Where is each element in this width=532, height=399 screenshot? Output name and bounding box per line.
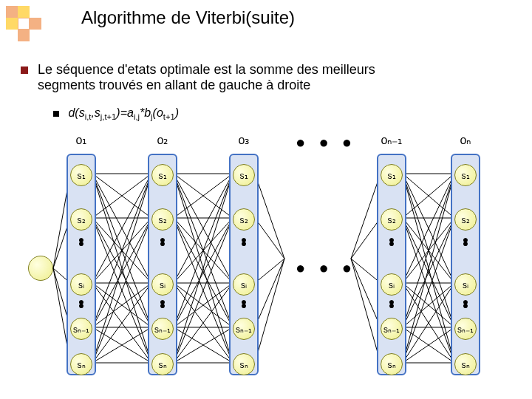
bullet-main: Le séquence d'etats optimale est la somm… [21, 62, 375, 93]
svg-line-6 [92, 174, 151, 218]
svg-line-58 [403, 174, 454, 327]
bullet-formula: d(si,t,sj,t+1)=ai,j*bj(ot+1) [53, 106, 179, 121]
svg-line-68 [403, 283, 454, 327]
bullet-text-1: Le séquence d'etats optimale est la somm… [38, 62, 375, 77]
svg-line-60 [403, 174, 454, 218]
bullet-square-icon [53, 111, 59, 117]
state-node: sₙ [151, 353, 174, 375]
svg-line-50 [174, 174, 233, 363]
state-node: sᵢ [70, 273, 92, 296]
svg-line-44 [174, 283, 233, 363]
state-node: sₙ₋₁ [454, 318, 477, 340]
svg-line-38 [174, 218, 233, 327]
state-node: s₂ [381, 208, 403, 231]
distance-formula: d(si,t,sj,t+1)=ai,j*bj(ot+1) [68, 106, 179, 119]
state-node: sₙ₋₁ [381, 318, 403, 340]
svg-line-14 [92, 218, 151, 363]
svg-line-9 [92, 174, 151, 363]
svg-line-72 [403, 283, 454, 327]
viterbi-trellis: ● ● ● ● ● ● o₁s₁s₂sᵢsₙ₋₁sₙ●●●●o₂s₁s₂sᵢsₙ… [37, 133, 510, 384]
svg-line-37 [174, 218, 233, 283]
state-node: s₁ [70, 164, 92, 186]
state-node: s₁ [381, 164, 403, 186]
state-node: sₙ [381, 353, 403, 375]
svg-line-15 [92, 174, 151, 283]
svg-line-80 [255, 174, 284, 259]
svg-line-16 [92, 218, 151, 283]
svg-line-64 [403, 218, 454, 363]
svg-line-84 [255, 259, 284, 283]
svg-line-21 [92, 218, 151, 327]
obs-label: o₁ [66, 133, 96, 147]
obs-label: o₂ [148, 133, 177, 147]
svg-line-32 [174, 174, 233, 283]
state-node: sᵢ [233, 273, 255, 296]
svg-line-83 [351, 218, 381, 259]
state-node: sᵢ [151, 273, 174, 296]
svg-line-45 [174, 174, 233, 327]
svg-line-77 [403, 283, 454, 363]
svg-line-24 [92, 327, 151, 363]
svg-line-19 [92, 283, 151, 363]
svg-line-8 [92, 174, 151, 327]
vdots-icon: ●● [384, 300, 399, 307]
trellis-column: s₁s₂sᵢsₙ₋₁sₙ●●●● [229, 154, 259, 375]
svg-line-43 [174, 283, 233, 327]
bullet-text-2: segments trouvés en allant de gauche à d… [38, 78, 310, 92]
svg-line-69 [403, 283, 454, 363]
vdots-icon: ●● [458, 300, 473, 307]
svg-line-27 [92, 283, 151, 363]
trellis-column: s₁s₂sᵢsₙ₋₁sₙ●●●● [66, 154, 96, 375]
obs-label: oₙ [451, 133, 480, 147]
vdots-icon: ●● [236, 300, 251, 307]
state-node: s₂ [151, 208, 174, 231]
svg-line-12 [92, 218, 151, 283]
state-node: s₁ [233, 164, 255, 186]
state-node: sₙ₋₁ [233, 318, 255, 340]
svg-line-66 [403, 218, 454, 283]
state-node: sₙ₋₁ [70, 318, 92, 340]
svg-line-52 [174, 283, 233, 363]
svg-line-62 [403, 218, 454, 283]
start-state [28, 256, 53, 281]
trellis-edges [37, 133, 510, 384]
vdots-icon: ●● [236, 238, 251, 245]
state-node: sᵢ [381, 273, 403, 296]
vdots-icon: ●● [74, 238, 89, 245]
state-node: s₁ [151, 164, 174, 186]
state-node: sₙ [233, 353, 255, 375]
svg-line-39 [174, 218, 233, 363]
state-node: s₁ [454, 164, 477, 186]
svg-line-65 [403, 174, 454, 283]
svg-line-26 [92, 218, 151, 363]
svg-line-53 [174, 327, 233, 363]
svg-line-46 [174, 218, 233, 327]
svg-line-75 [403, 174, 454, 363]
hdots-mid: ● ● ● [296, 259, 356, 278]
svg-line-82 [255, 218, 284, 259]
slide-logo [6, 6, 41, 41]
state-node: s₂ [454, 208, 477, 231]
svg-line-59 [403, 174, 454, 363]
state-node: sᵢ [454, 273, 477, 296]
svg-line-86 [255, 259, 284, 327]
vdots-icon: ●● [384, 238, 399, 245]
svg-line-41 [174, 218, 233, 283]
state-node: sₙ₋₁ [151, 318, 174, 340]
svg-line-25 [92, 174, 151, 363]
svg-line-74 [403, 327, 454, 363]
svg-line-20 [92, 174, 151, 327]
svg-line-88 [255, 259, 284, 363]
vdots-icon: ●● [458, 238, 473, 245]
hdots-top: ● ● ● [296, 133, 356, 152]
svg-line-18 [92, 283, 151, 327]
svg-line-76 [403, 218, 454, 363]
page-title: Algorithme de Viterbi(suite) [81, 7, 295, 28]
vdots-icon: ●● [155, 238, 170, 245]
obs-label: oₙ₋₁ [377, 133, 406, 147]
svg-line-7 [92, 174, 151, 283]
vdots-icon: ●● [74, 300, 89, 307]
vdots-icon: ●● [155, 300, 170, 307]
state-node: s₂ [70, 208, 92, 231]
svg-line-78 [403, 327, 454, 363]
